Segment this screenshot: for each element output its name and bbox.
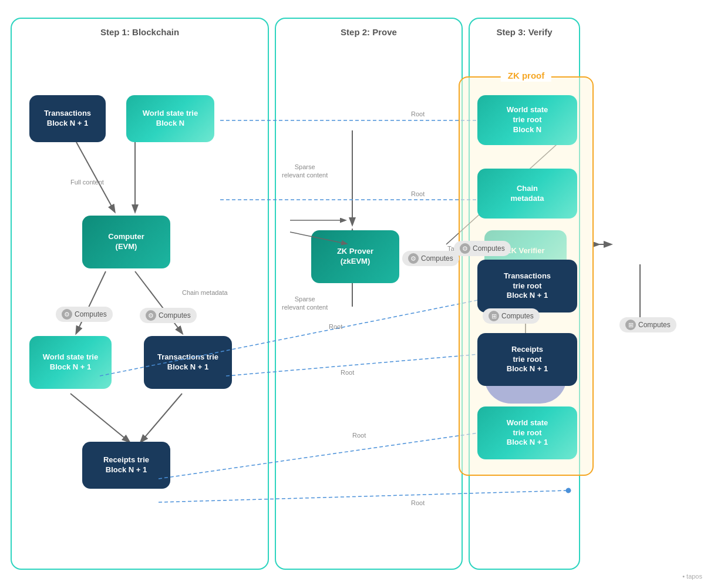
computes-badge-step3: ⊞ Computes [619,317,676,332]
step1-title: Step 1: Blockchain [100,27,179,37]
svg-line-3 [76,271,106,333]
computes-label-s3: Computes [638,321,671,329]
computes-badge-3: ⊞ Computes [483,308,540,324]
transactions-trie-n1-node: Transactions trie Block N + 1 [144,336,232,389]
svg-line-2 [76,142,114,211]
logo: • tapos [682,573,702,580]
world-state-n-node: World state trie Block N [126,95,214,142]
step3-title: Step 3: Verify [496,27,552,37]
computes-badge-2: ⚙ Computes [402,251,459,266]
step2-panel: Step 2: Prove ZK Prover (zkEVM) Sparse r… [275,18,463,570]
computes-badge-step2: ⚙ Computes [454,241,511,256]
computes-badge-step1: ⚙ Computes [140,308,197,323]
world-state-n1-node: World state trie Block N + 1 [29,336,112,389]
step2-arrows [276,19,462,569]
gear-icon-s3: ⊞ [625,320,636,330]
transactions-block-node: Transactions Block N + 1 [29,95,106,142]
zk-chain-meta-node: Chain metadata [477,169,577,219]
computes-label-s2: Computes [473,244,505,253]
computes-badge-1: ⚙ Computes [56,307,113,322]
zk-prover-node: ZK Prover (zkEVM) [311,230,399,283]
svg-line-6 [141,394,182,442]
zk-proof-title: ZK proof [501,69,551,82]
gear-icon-s2: ⚙ [460,243,470,254]
gear-icon-3: ⊞ [489,311,499,321]
chain-metadata-label: Chain metadata [182,289,228,296]
gear-icon-1: ⚙ [62,309,72,320]
full-content-label: Full content [70,179,104,186]
step1-panel: Step 1: Blockchain [11,18,269,570]
svg-line-4 [135,271,182,333]
sparse-label-1: Sparse relevant content [282,163,328,180]
svg-line-5 [70,394,129,442]
computes-label-s1: Computes [159,311,191,320]
zk-proof-panel: ZK proof World state trie root Block N C… [459,76,594,476]
zk-tx-root-n1-node: Transactions trie root Block N + 1 [477,260,577,313]
sparse-label-2: Sparse relevant content [282,295,328,312]
zk-world-state-n1-node: World state trie root Block N + 1 [477,406,577,459]
step2-title: Step 2: Prove [341,27,397,37]
gear-icon-s1: ⚙ [146,310,156,321]
gear-icon-2: ⚙ [408,253,419,264]
diagram-container: Step 1: Blockchain [11,18,703,570]
computer-evm-node: Computer (EVM) [82,216,170,268]
zk-receipts-n1-node: Receipts trie root Block N + 1 [477,333,577,386]
receipts-trie-n1-node: Receipts trie Block N + 1 [82,442,170,489]
zk-world-state-n-node: World state trie root Block N [477,95,577,145]
